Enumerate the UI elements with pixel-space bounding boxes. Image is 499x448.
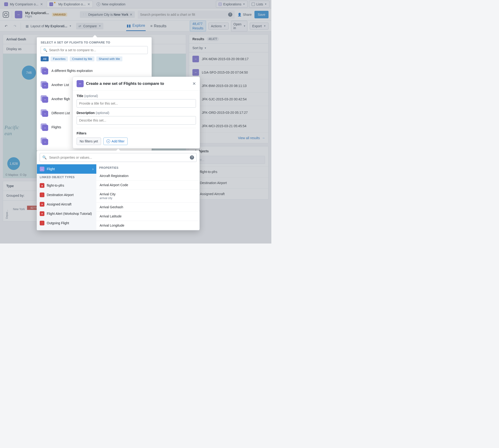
property-label: Arrival Airport Code <box>100 183 128 187</box>
set-label: Another fligh <box>51 97 70 101</box>
property-label: Aircraft Registration <box>100 174 128 178</box>
modal-title: Create a new set of Flights to compare t… <box>86 81 190 86</box>
linked-type-item[interactable]: ∎flight-to-pfrs <box>37 181 96 190</box>
property-search[interactable]: 🔍 ? <box>40 153 197 162</box>
rss-icon: ∎ <box>40 183 44 188</box>
search-icon: 🔍 <box>43 48 47 52</box>
property-sublabel: arrival city <box>100 196 196 200</box>
compare-set-item[interactable]: ↔↔A different flights exploration <box>37 64 152 78</box>
property-item[interactable]: Arrival Cityarrival city <box>96 190 200 203</box>
add-filter-label: Add filter <box>112 139 125 143</box>
property-picker-flyout: 🔍 ? ↔ Flight › LINKED OBJECT TYPES ∎flig… <box>37 150 200 230</box>
property-item[interactable]: Arrival Airport Code <box>96 180 200 190</box>
property-search-input[interactable] <box>49 156 187 159</box>
property-item[interactable]: Arrival Longitude <box>96 221 200 230</box>
description-input[interactable] <box>77 116 196 125</box>
title-field-label: Title (optional) <box>77 94 196 98</box>
chip-all[interactable]: All <box>41 56 49 61</box>
linked-type-label: Outgoing Flight <box>47 221 69 225</box>
pin-icon: 📍 <box>40 192 44 197</box>
property-item[interactable]: Arrival Latitude <box>96 212 200 221</box>
chip-favorites[interactable]: Favorites <box>50 56 68 61</box>
flight-icon: ↔ <box>77 80 84 87</box>
description-field-label: Description (optional) <box>77 111 196 115</box>
no-filters-badge: No filters yet <box>77 138 101 145</box>
property-label: Arrival Latitude <box>100 214 122 218</box>
property-label: Arrival Longitude <box>100 224 124 227</box>
property-item[interactable]: Aircraft Registration <box>96 171 200 180</box>
pin-icon: 📍 <box>40 221 44 225</box>
chip-shared-with-me[interactable]: Shared with Me <box>96 56 122 61</box>
object-type-label: Flight <box>47 167 55 171</box>
property-item[interactable]: Arrival Geohash <box>96 203 200 212</box>
properties-column: PROPERTIES Aircraft Registration Arrival… <box>96 164 200 230</box>
close-modal-button[interactable]: ✕ <box>192 81 196 86</box>
set-label: Different List <box>51 111 70 115</box>
properties-header: PROPERTIES <box>96 164 200 171</box>
object-type-column: ↔ Flight › LINKED OBJECT TYPES ∎flight-t… <box>37 164 96 230</box>
chip-created-by-me[interactable]: Created by Me <box>70 56 94 61</box>
add-filter-button[interactable]: + Add filter <box>103 138 127 145</box>
linked-type-label: Flight Alert (Workshop Tutorial) <box>47 212 92 216</box>
set-label: Flights <box>51 125 61 129</box>
plane-icon: ✈ <box>40 211 44 216</box>
linked-type-item[interactable]: 📍Outgoing Flight <box>37 218 96 228</box>
create-set-modal: ↔ Create a new set of Flights to compare… <box>73 77 200 148</box>
linked-type-item[interactable]: ✈Assigned Aircraft <box>37 200 96 209</box>
linked-type-item[interactable]: 📍Destination Airport <box>37 190 96 200</box>
help-icon[interactable]: ? <box>190 155 194 160</box>
linked-type-label: Assigned Aircraft <box>47 202 71 206</box>
compare-search[interactable]: 🔍 <box>41 46 148 54</box>
plane-icon: ✈ <box>40 202 44 207</box>
flight-icon: ↔ <box>40 167 44 171</box>
linked-type-label: Destination Airport <box>47 193 74 197</box>
plus-circle-icon: + <box>107 139 110 143</box>
title-input[interactable] <box>77 99 196 108</box>
chevron-right-icon: › <box>92 167 94 171</box>
filter-chips: All Favorites Created by Me Shared with … <box>37 54 152 64</box>
filters-label: Filters <box>77 131 196 135</box>
search-icon: 🔍 <box>42 155 47 160</box>
linked-types-header: LINKED OBJECT TYPES <box>37 174 96 181</box>
property-label: Arrival Geohash <box>100 205 123 209</box>
linked-type-item[interactable]: ✈Flight Alert (Workshop Tutorial) <box>37 209 96 218</box>
linked-type-label: flight-to-pfrs <box>47 184 64 187</box>
property-label: Arrival City <box>100 192 116 196</box>
set-label: Another List <box>51 83 69 87</box>
object-type-flight[interactable]: ↔ Flight › <box>37 164 96 174</box>
compare-search-input[interactable] <box>49 48 145 52</box>
set-label: A different flights exploration <box>51 69 93 73</box>
